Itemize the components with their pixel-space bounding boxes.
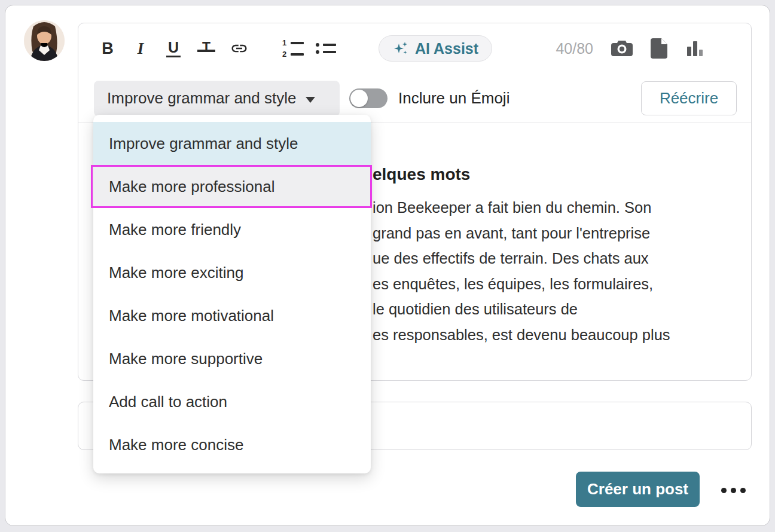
post-body: ion Beekeeper a fait bien du chemin. Son…: [373, 195, 670, 347]
post-body-line: le quotidien des utilisateurs de: [373, 296, 670, 322]
tone-dropdown[interactable]: Improve grammar and style: [94, 81, 340, 117]
menu-item-add-call-to-action[interactable]: Add call to action: [93, 380, 371, 423]
formatting-toolbar: B I U T 1: [78, 23, 751, 74]
poll-chart-icon[interactable]: [685, 39, 704, 58]
post-body-line: es enquêtes, les équipes, les formulaire…: [373, 271, 670, 297]
post-composer-screen: B I U T 1: [0, 0, 775, 532]
ai-assist-button[interactable]: AI Assist: [379, 35, 492, 62]
menu-item-make-more-exciting[interactable]: Make more exciting: [93, 251, 371, 294]
menu-item-make-more-concise[interactable]: Make more concise: [93, 423, 371, 466]
bullet-list-icon[interactable]: [317, 38, 335, 59]
caret-down-icon: [306, 97, 315, 103]
menu-item-make-more-motivational[interactable]: Make more motivational: [93, 294, 371, 337]
underline-icon[interactable]: U: [164, 38, 182, 59]
tone-dropdown-menu: Improve grammar and style Make more prof…: [93, 115, 371, 473]
menu-item-make-more-professional[interactable]: Make more professional: [93, 165, 371, 208]
char-counter: 40/80: [556, 40, 593, 57]
italic-icon[interactable]: I: [132, 38, 149, 59]
emoji-toggle-label: Inclure un Émoji: [398, 89, 509, 108]
emoji-toggle[interactable]: [349, 88, 388, 108]
ordered-list-icon[interactable]: 1 2: [284, 38, 302, 59]
post-body-line: ion Beekeeper a fait bien du chemin. Son: [373, 195, 670, 221]
camera-icon[interactable]: [611, 39, 633, 57]
editor-header: B I U T 1: [78, 23, 751, 123]
post-body-line: grand pas en avant, tant pour l'entrepri…: [373, 221, 670, 246]
post-body-line: ue des effectifs de terrain. Des chats a…: [373, 246, 670, 271]
avatar: [24, 20, 65, 61]
menu-item-make-more-supportive[interactable]: Make more supportive: [93, 337, 371, 380]
bold-icon[interactable]: B: [99, 38, 117, 59]
rewrite-button[interactable]: Réécrire: [641, 81, 737, 115]
strikethrough-icon[interactable]: T: [197, 38, 215, 59]
toolbar-right-group: 40/80: [556, 38, 751, 59]
post-body-line: es responsables, est devenu beaucoup plu…: [373, 322, 670, 348]
toggle-knob: [350, 90, 368, 107]
create-post-button[interactable]: Créer un post: [576, 472, 700, 507]
tone-dropdown-value: Improve grammar and style: [107, 89, 296, 108]
menu-item-improve-grammar[interactable]: Improve grammar and style: [93, 122, 371, 165]
file-icon[interactable]: [651, 38, 667, 59]
menu-item-make-more-friendly[interactable]: Make more friendly: [93, 208, 371, 251]
more-options-icon[interactable]: [721, 485, 749, 495]
link-icon[interactable]: [230, 38, 248, 59]
post-title: elques mots: [373, 165, 470, 184]
sparkle-icon: [392, 40, 409, 57]
avatar-illustration: [24, 20, 65, 61]
